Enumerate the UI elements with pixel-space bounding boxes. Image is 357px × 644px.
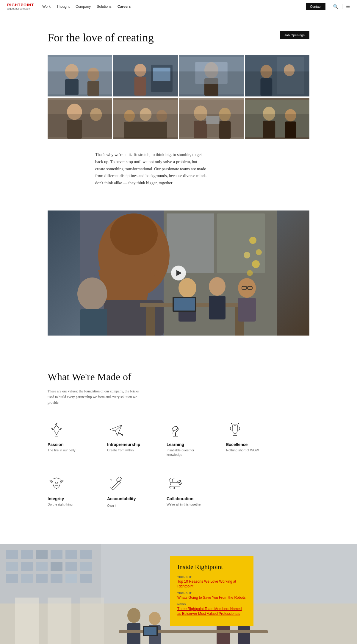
passion-name: Passion bbox=[48, 442, 64, 447]
value-passion: Passion The fire in our belly bbox=[48, 421, 89, 457]
values-subtitle: These are our values: the foundation of … bbox=[48, 389, 143, 406]
photo-2-image bbox=[113, 55, 178, 96]
description-text: That's why we're in it. To stretch, to t… bbox=[48, 151, 256, 187]
play-button[interactable] bbox=[171, 266, 186, 280]
svg-rect-34 bbox=[219, 121, 231, 139]
nav-divider-2 bbox=[342, 4, 342, 9]
svg-line-89 bbox=[169, 480, 171, 483]
svg-point-59 bbox=[178, 278, 196, 298]
svg-point-28 bbox=[156, 110, 167, 122]
svg-point-47 bbox=[256, 249, 262, 255]
svg-rect-112 bbox=[36, 574, 48, 583]
svg-rect-127 bbox=[238, 626, 250, 644]
inside-rightpoint-card: Inside Rightpoint Thought Top 10 Reasons… bbox=[170, 556, 253, 626]
photo-6-image bbox=[113, 98, 178, 139]
values-row-2: Integrity Do the right thing Accountabil… bbox=[48, 475, 309, 508]
nav-item-company[interactable]: Company bbox=[76, 4, 91, 9]
article-2-link[interactable]: Whats Going to Save You From the Robots bbox=[177, 595, 245, 600]
svg-rect-14 bbox=[195, 62, 228, 84]
svg-rect-114 bbox=[65, 574, 77, 583]
photo-cell-7 bbox=[179, 98, 244, 139]
svg-rect-121 bbox=[127, 623, 140, 644]
svg-rect-29 bbox=[124, 122, 167, 138]
article-1-link[interactable]: Top 10 Reasons We Love Working at Rightp… bbox=[177, 579, 236, 588]
page-title: For the love of creating bbox=[48, 31, 309, 44]
svg-rect-9 bbox=[153, 68, 170, 81]
job-openings-button[interactable]: Job Openings bbox=[280, 31, 309, 39]
passion-icon bbox=[48, 421, 65, 439]
nav-item-work[interactable]: Work bbox=[42, 4, 51, 9]
nav-right: Contact 🔍 ☰ bbox=[306, 3, 350, 10]
svg-rect-30 bbox=[179, 100, 244, 138]
svg-point-21 bbox=[67, 104, 82, 120]
photo-cell-5 bbox=[48, 98, 112, 139]
svg-rect-118 bbox=[48, 598, 71, 644]
svg-rect-32 bbox=[194, 121, 207, 138]
excellence-name: Excellence bbox=[226, 442, 248, 447]
svg-point-48 bbox=[244, 252, 250, 258]
svg-line-77 bbox=[171, 430, 173, 432]
integrity-name: Integrity bbox=[48, 496, 64, 501]
collaboration-desc: We're all in this together bbox=[167, 502, 201, 507]
svg-line-90 bbox=[169, 478, 171, 480]
learning-svg bbox=[168, 422, 183, 437]
intrapreneurship-svg bbox=[108, 422, 124, 437]
nav-item-careers[interactable]: Careers bbox=[118, 4, 131, 9]
intrapreneurship-desc: Create from within bbox=[107, 448, 134, 453]
svg-rect-119 bbox=[80, 598, 104, 644]
svg-rect-69 bbox=[174, 298, 195, 311]
learning-desc: Insatiable quest for knowledge bbox=[167, 448, 208, 457]
svg-point-87 bbox=[110, 487, 111, 488]
inside-article-1: Thought Top 10 Reasons We Love Working a… bbox=[177, 576, 246, 589]
svg-rect-55 bbox=[80, 309, 107, 336]
accountability-name: Accountability bbox=[107, 496, 136, 502]
svg-point-86 bbox=[120, 480, 121, 481]
menu-icon[interactable]: ☰ bbox=[346, 4, 350, 9]
svg-rect-39 bbox=[263, 121, 275, 138]
search-icon[interactable]: 🔍 bbox=[333, 4, 339, 9]
svg-rect-103 bbox=[80, 550, 92, 559]
inside-section: Inside Rightpoint Thought Top 10 Reasons… bbox=[0, 544, 357, 644]
svg-rect-117 bbox=[15, 598, 39, 644]
svg-rect-101 bbox=[51, 550, 62, 559]
svg-rect-17 bbox=[260, 78, 272, 96]
svg-rect-113 bbox=[51, 574, 62, 583]
intrapreneurship-name: Intrapreneurship bbox=[107, 442, 140, 447]
learning-name: Learning bbox=[167, 442, 184, 447]
svg-point-71 bbox=[119, 433, 120, 434]
value-learning: Learning Insatiable quest for knowledge bbox=[167, 421, 208, 457]
svg-rect-57 bbox=[146, 307, 155, 336]
svg-rect-107 bbox=[51, 562, 62, 571]
svg-point-19 bbox=[284, 64, 295, 76]
svg-rect-62 bbox=[209, 296, 226, 319]
nav-item-thought[interactable]: Thought bbox=[57, 4, 70, 9]
nav-item-solutions[interactable]: Solutions bbox=[97, 4, 111, 9]
svg-rect-111 bbox=[21, 574, 33, 583]
contact-button[interactable]: Contact bbox=[306, 3, 325, 10]
photo-3-image bbox=[179, 55, 244, 96]
photo-cell-2 bbox=[113, 55, 178, 96]
svg-rect-44 bbox=[167, 213, 214, 273]
svg-rect-98 bbox=[6, 550, 18, 559]
svg-rect-4 bbox=[87, 81, 99, 96]
svg-point-72 bbox=[120, 433, 121, 434]
article-3-link[interactable]: Three Rightpoint Team Members Named as E… bbox=[177, 607, 242, 616]
value-intrapreneurship: Intrapreneurship Create from within bbox=[107, 421, 149, 457]
logo[interactable]: RIGHTPOINT a genpact company bbox=[7, 3, 34, 10]
svg-rect-106 bbox=[36, 562, 48, 571]
svg-point-52 bbox=[110, 213, 158, 255]
article-2-tag: Thought bbox=[177, 592, 246, 595]
svg-rect-35 bbox=[206, 116, 219, 124]
values-section: What We're Made of These are our values:… bbox=[0, 353, 357, 544]
values-row-1: Passion The fire in our belly Intraprene… bbox=[48, 421, 309, 457]
svg-rect-64 bbox=[238, 298, 256, 322]
logo-subtitle: a genpact company bbox=[7, 7, 34, 10]
svg-point-3 bbox=[87, 68, 99, 81]
inside-article-3: News Three Rightpoint Team Members Named… bbox=[177, 603, 246, 616]
photo-cell-4 bbox=[245, 55, 309, 96]
learning-icon bbox=[167, 421, 184, 439]
integrity-icon bbox=[48, 475, 65, 493]
photo-7-image bbox=[179, 98, 244, 139]
svg-rect-104 bbox=[6, 562, 18, 571]
svg-rect-125 bbox=[217, 625, 230, 644]
